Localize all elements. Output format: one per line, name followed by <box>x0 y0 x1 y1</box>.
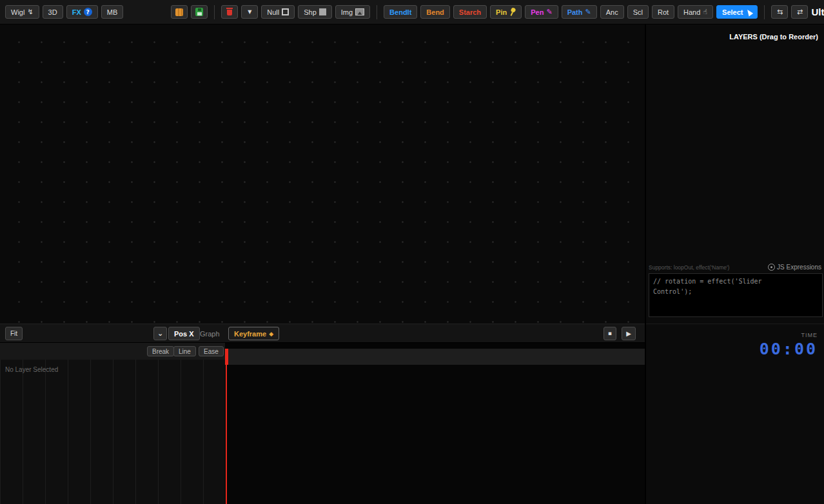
time-display: 00:00 <box>646 340 818 358</box>
expression-title: JS Expressions <box>768 264 821 271</box>
path-pen-icon: ✎ <box>585 8 591 15</box>
snapshot-icon <box>175 8 183 16</box>
expression-label: JS Expressions <box>777 264 821 271</box>
composition-canvas[interactable] <box>0 24 645 324</box>
image-icon <box>355 8 364 15</box>
dropdown-icon: ▼ <box>248 10 251 15</box>
image-layer-label: Img <box>341 8 353 16</box>
layers-panel: LAYERS (Drag to Reorder) Supports: loopO… <box>645 24 824 504</box>
toolbar-separator <box>377 5 377 19</box>
shape-square-icon <box>319 8 326 15</box>
anchor-tool-button[interactable]: Anc <box>600 5 624 19</box>
keyframe-label: Keyframe <box>234 330 266 338</box>
save-button[interactable] <box>191 5 208 19</box>
line-button[interactable]: Line <box>173 346 196 356</box>
ease-button[interactable]: Ease <box>199 346 224 356</box>
shape-layer-label: Shp <box>304 8 317 16</box>
pin-icon <box>508 6 518 17</box>
toolbar: Wigl ↯ 3D FX ? MB ▼ Null <box>0 0 824 24</box>
path-tool-button[interactable]: Path ✎ <box>562 5 597 19</box>
pin-label: Pin <box>496 8 507 16</box>
null-square-icon <box>282 8 289 15</box>
undo-icon: ⇆ <box>777 8 783 15</box>
motion-blur-button[interactable]: MB <box>101 5 124 19</box>
bend-tool-button[interactable]: Bend <box>420 5 450 19</box>
play-icon: ▶ <box>626 331 631 337</box>
playhead-handle[interactable] <box>225 349 228 365</box>
pen-icon: ✎ <box>546 8 552 15</box>
play-button[interactable]: ▶ <box>622 327 636 340</box>
select-tool-button[interactable]: Select <box>716 5 758 19</box>
save-icon <box>195 8 203 16</box>
pin-tool-button[interactable]: Pin <box>490 5 522 19</box>
expression-header: Supports: loopOut, effect('Name') JS Exp… <box>649 262 821 272</box>
bendit-tool-button[interactable]: BendIt <box>384 5 417 19</box>
pos-x-property-button[interactable]: Pos X <box>168 327 200 340</box>
image-layer-button[interactable]: Img <box>335 5 370 19</box>
break-label: Break <box>152 348 169 355</box>
keyframe-diamond-icon: ◆ <box>269 331 273 337</box>
bend-label: Bend <box>426 8 444 16</box>
wiggle-tool-button[interactable]: Wigl ↯ <box>5 5 39 19</box>
path-label: Path <box>567 8 583 16</box>
pos-x-label: Pos X <box>174 330 194 338</box>
starch-label: Starch <box>459 8 481 16</box>
bendit-label: BendIt <box>389 8 411 16</box>
rotate-label: Rot <box>658 8 669 16</box>
wiggle-icon: ↯ <box>27 8 33 15</box>
cursor-icon <box>745 8 753 16</box>
chevron-down-icon: ⌄ <box>157 330 163 337</box>
break-button[interactable]: Break <box>147 346 174 356</box>
hand-icon: ☝ <box>703 8 707 15</box>
undo-button[interactable]: ⇆ <box>771 5 788 19</box>
playhead-line[interactable] <box>226 365 227 504</box>
trash-icon <box>226 8 233 16</box>
motion-blur-label: MB <box>107 8 118 16</box>
shape-layer-button[interactable]: Shp <box>298 5 332 19</box>
stop-button[interactable]: ▪ <box>603 327 616 340</box>
timeline-track-area[interactable] <box>225 365 645 504</box>
expression-icon <box>768 264 775 271</box>
redo-button[interactable]: ⇄ <box>791 5 808 19</box>
starch-tool-button[interactable]: Starch <box>453 5 487 19</box>
help-icon: ? <box>84 8 92 16</box>
no-layer-selected-text: No Layer Selected <box>5 366 58 373</box>
pen-tool-button[interactable]: Pen ✎ <box>525 5 558 19</box>
app-logo: UltraMotion <box>811 6 824 17</box>
graph-controls-row: Fit ⌄ Pos X Graph Keyframe ◆ ▪ ▶ <box>0 324 645 343</box>
3d-tool-button[interactable]: 3D <box>43 5 63 19</box>
redo-icon: ⇄ <box>797 8 803 15</box>
fx-label: FX <box>72 8 81 16</box>
scale-label: Scl <box>633 8 643 16</box>
line-label: Line <box>179 348 191 355</box>
graph-editor-area[interactable]: No Layer Selected <box>0 360 225 504</box>
expression-supports-note: Supports: loopOut, effect('Name') <box>649 264 729 271</box>
rotate-tool-button[interactable]: Rot <box>652 5 674 19</box>
expression-code-editor[interactable]: // rotation = effect('Slider Control'); <box>649 273 823 317</box>
pen-label: Pen <box>531 8 544 16</box>
layers-panel-header: LAYERS (Drag to Reorder) <box>646 33 818 41</box>
add-keyframe-button[interactable]: Keyframe ◆ <box>228 327 279 340</box>
layer-type-dropdown-button[interactable]: ▼ <box>241 5 258 19</box>
fit-button[interactable]: Fit <box>5 327 23 340</box>
toolbar-separator <box>214 5 215 19</box>
3d-tool-label: 3D <box>48 8 57 16</box>
wiggle-tool-label: Wigl <box>11 8 25 16</box>
logo-ultra: Ultra <box>811 6 824 17</box>
property-dropdown-button[interactable]: ⌄ <box>153 327 167 340</box>
graph-label: Graph <box>200 330 220 338</box>
time-label: TIME <box>646 332 818 338</box>
null-object-label: Null <box>267 8 279 16</box>
scale-tool-button[interactable]: Scl <box>627 5 649 19</box>
anchor-label: Anc <box>606 8 618 16</box>
select-label: Select <box>722 8 743 16</box>
fx-button[interactable]: FX ? <box>66 5 98 19</box>
null-object-button[interactable]: Null <box>261 5 295 19</box>
snapshot-button[interactable] <box>171 5 188 19</box>
hand-tool-button[interactable]: Hand ☝ <box>678 5 713 19</box>
delete-button[interactable] <box>221 5 238 19</box>
fit-label: Fit <box>10 330 17 337</box>
timeline-ruler[interactable] <box>225 349 645 365</box>
time-section: TIME 00:00 <box>646 324 824 358</box>
toolbar-separator <box>764 5 765 19</box>
